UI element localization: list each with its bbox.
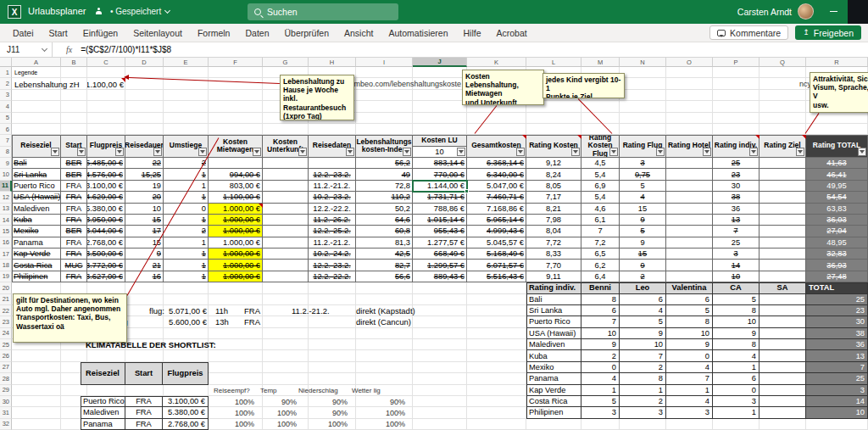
cell-G10[interactable] [263,169,309,180]
row-header-17[interactable]: 17 [0,249,12,260]
side-cell-total-31[interactable]: 10 [806,407,868,418]
cell-L16[interactable]: 7,72 [526,237,581,249]
cell-C16[interactable]: 2.768,00 € [87,237,125,249]
cell-D9[interactable]: 22 [125,158,164,169]
cell-J18[interactable]: 1.299,57 € [413,260,467,271]
side-cell-total-21[interactable]: 25 [806,294,868,305]
row-header-8[interactable]: 8 [0,147,12,158]
cell-G15[interactable] [263,226,309,237]
cell-I11[interactable]: 72,8 [356,181,413,192]
cell-M17[interactable]: 6,5 [581,249,620,260]
cell-L15[interactable]: 8,04 [526,226,581,237]
cell-M12[interactable]: 5,4 [581,192,620,203]
cell-N10[interactable]: 9,75 [620,169,666,180]
side-cell-total-26[interactable]: 13 [806,350,868,361]
cell-C15[interactable]: 3.044,00 € [87,226,125,237]
cell-A9[interactable]: Bali [12,158,61,169]
cell-I13[interactable]: 50,2 [356,204,413,215]
cell-C14[interactable]: 3.950,00 € [87,215,125,226]
cell-J19[interactable]: 889,43 € [413,271,467,282]
klima-header-start[interactable]: Start [125,362,163,385]
side-cell-ca-23[interactable]: 10 [713,316,760,327]
row-header-29[interactable]: 29 [0,385,12,396]
cell-H16[interactable]: 11.2.-21.2. [309,237,356,249]
filter-button-E[interactable] [198,148,207,156]
side-cell-total-29[interactable]: 3 [806,385,868,396]
cell-F9[interactable] [209,158,263,169]
cell-J12[interactable]: 1.731,71 € [413,192,467,203]
column-header-C[interactable]: C [87,58,125,67]
cell-R16[interactable]: 48,95 [806,237,868,249]
cell-K16[interactable]: 5.045,57 € [467,237,526,249]
side-header-sa[interactable]: SA [760,282,806,293]
cell-B10[interactable]: BER [61,169,87,180]
cell-R18[interactable]: 36,93 [806,260,868,271]
column-header-G[interactable]: G [263,58,309,67]
cell-F18[interactable]: 1.000,00 € [209,260,263,271]
side-cell-ca-31[interactable]: 1 [713,407,760,418]
filter-button-F[interactable] [253,148,261,156]
cell-H15[interactable]: 12.2.-25.2. [309,226,356,237]
cell-P9[interactable]: 25 [713,158,760,169]
cell-E18[interactable]: 1 [164,260,209,271]
filter-button-C[interactable] [115,148,124,156]
klima-pct-30-1[interactable]: 90% [256,396,298,407]
side-cell-ziel-24[interactable]: USA (Hawaii) [526,328,581,339]
cell-G13[interactable] [263,204,309,215]
cell-M11[interactable]: 6,9 [581,181,620,192]
klima-cell-start-31[interactable]: FRA [125,407,163,418]
flight22-route[interactable]: direkt (Kapstadt) [354,305,439,316]
side-cell-valentina-28[interactable]: 7 [666,373,713,384]
cell-O10[interactable] [666,169,713,180]
column-header-B[interactable]: B [61,58,87,67]
cell-Q11[interactable] [760,181,806,192]
cell-E15[interactable]: 2 [164,226,209,237]
row-header-13[interactable]: 13 [0,204,12,215]
side-cell-valentina-23[interactable]: 8 [666,316,713,327]
klima-pct-31-3[interactable]: 100% [356,407,407,418]
cell-L17[interactable]: 8,33 [526,249,581,260]
cell-G19[interactable] [263,271,309,282]
side-cell-valentina-31[interactable]: 3 [666,407,713,418]
column-header-D[interactable]: D [125,58,164,67]
row-header-15[interactable]: 15 [0,226,12,237]
flight22-dates[interactable]: 11.2.-21.2. [290,305,342,316]
column-header-M[interactable]: M [581,58,620,67]
side-cell-ca-29[interactable]: 0 [713,385,760,396]
cell-H13[interactable]: 12.2.-22.2. [309,204,356,215]
cell-L14[interactable]: 7,98 [526,215,581,226]
cell-P10[interactable]: 23 [713,169,760,180]
side-cell-ziel-29[interactable]: Kap Verde [526,385,581,396]
side-cell-benni-27[interactable]: 0 [581,362,620,373]
column-header-N[interactable]: N [620,58,666,67]
cell-I18[interactable]: 82,7 [356,260,413,271]
row-header-30[interactable]: 30 [0,396,12,407]
cell-I12[interactable]: 110,2 [356,192,413,203]
cell-K18[interactable]: 6.071,57 € [467,260,526,271]
cell-A12[interactable]: USA (Hawaii) [12,192,61,203]
klima-cell-ziel-31[interactable]: Malediven [81,407,125,418]
column-header-K[interactable]: K [467,58,526,67]
selection-fill-handle[interactable] [465,189,469,193]
cell-P15[interactable]: 7 [713,226,760,237]
cell-Q13[interactable] [760,204,806,215]
cell-E13[interactable]: 0 [164,204,209,215]
cell-G18[interactable] [263,260,309,271]
side-cell-ziel-23[interactable]: Puerto Rico [526,316,581,327]
cell-K12[interactable]: 7.460,71 € [467,192,526,203]
side-cell-total-22[interactable]: 23 [806,305,868,316]
table-header-kosten-lu[interactable]: Kosten LU [413,135,467,146]
cell-N9[interactable]: 3 [620,158,666,169]
cell-L19[interactable]: 9,11 [526,271,581,282]
flight23-duration[interactable]: 13h [214,316,237,327]
cell-Q19[interactable] [760,271,806,282]
cell-J13[interactable]: 788,86 € [413,204,467,215]
cell-O14[interactable] [666,215,713,226]
row-header-27[interactable]: 27 [0,362,12,373]
side-cell-leo-24[interactable]: 9 [620,328,666,339]
cell-Q17[interactable] [760,249,806,260]
cell-A18[interactable]: Costa Rica [12,260,61,271]
klima-cell-preis-31[interactable]: 5.380,00 € [163,407,209,418]
cell-N16[interactable]: 9 [620,237,666,249]
cell-Q9[interactable] [760,158,806,169]
